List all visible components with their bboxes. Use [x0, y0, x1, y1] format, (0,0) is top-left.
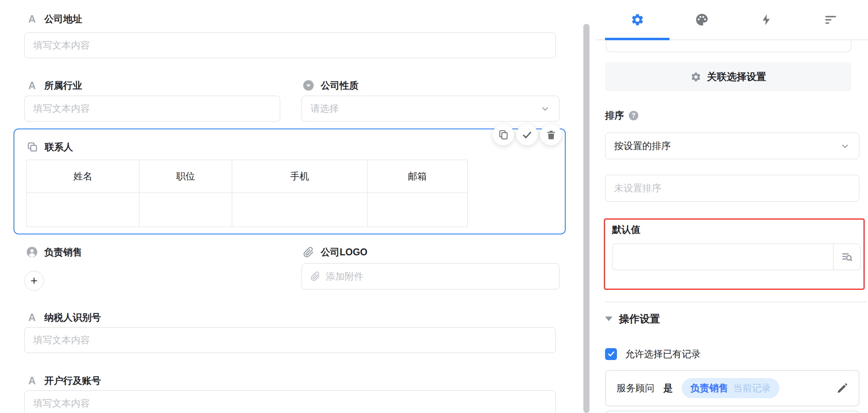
chevron-down-icon	[540, 103, 550, 114]
bank-account-input[interactable]	[24, 390, 556, 413]
sort-label-row: 排序 ?	[605, 109, 638, 122]
default-value-input[interactable]	[612, 243, 861, 270]
company-nature-select[interactable]: 请选择	[302, 96, 560, 122]
field-label-row: 联系人	[26, 140, 73, 154]
field-bank-account[interactable]: A 开户行及账号	[26, 374, 101, 387]
text-field-icon: A	[26, 374, 38, 387]
condition-value-chip: 负责销售 当前记录	[682, 378, 779, 398]
tab-arrange[interactable]	[798, 0, 863, 39]
field-sales-owner[interactable]: 负责销售	[26, 246, 82, 259]
chip-scope: 当前记录	[733, 382, 771, 395]
edit-condition-button[interactable]	[836, 383, 848, 394]
text-input[interactable]	[33, 103, 271, 114]
triangle-down-icon	[605, 317, 612, 321]
field-label-row: A 公司地址	[26, 12, 82, 25]
sort-label: 排序	[605, 109, 624, 122]
taxpayer-id-input[interactable]	[24, 327, 556, 353]
section-title: 关联选择设置	[707, 70, 766, 83]
field-company-address[interactable]: A 公司地址	[26, 12, 82, 25]
sort-rule-input[interactable]: 未设置排序	[605, 175, 859, 202]
field-contacts-selected[interactable]: 联系人 姓名 职位 手机 邮箱	[14, 128, 566, 234]
canvas-scrollbar[interactable]	[583, 24, 589, 413]
allow-existing-checkbox[interactable]	[605, 348, 617, 360]
confirm-field-button[interactable]	[516, 124, 538, 145]
industry-input[interactable]	[24, 96, 280, 122]
column-header: 邮箱	[368, 160, 467, 193]
field-label-row: A 所属行业	[26, 79, 82, 92]
field-taxpayer-id[interactable]: A 纳税人识别号	[26, 311, 101, 324]
tab-events[interactable]	[734, 0, 798, 39]
add-attachment-input[interactable]: 添加附件	[302, 263, 560, 289]
relation-settings-header: 关联选择设置	[605, 62, 851, 91]
field-label-row: 公司性质	[302, 79, 359, 92]
chip-field-name: 负责销售	[690, 382, 728, 395]
field-label-row: A 纳税人识别号	[26, 311, 101, 324]
condition-field: 服务顾问	[617, 382, 654, 395]
list-search-icon	[841, 251, 853, 263]
form-canvas: A 公司地址 A 所属行业 公司性质 请选择	[0, 0, 591, 413]
empty-cell	[139, 193, 232, 227]
operation-settings-title: 操作设置	[619, 312, 660, 326]
paperclip-icon	[311, 271, 320, 281]
chevron-down-icon	[840, 141, 850, 151]
default-value-label: 默认值	[612, 223, 640, 236]
empty-cell	[368, 193, 467, 227]
field-label-row: A 开户行及账号	[26, 374, 101, 387]
operation-settings-toggle[interactable]: 操作设置	[605, 311, 660, 326]
text-field-icon: A	[26, 13, 38, 25]
copy-field-button[interactable]	[493, 124, 514, 145]
add-person-button[interactable]: +	[24, 271, 44, 291]
field-label-row: 负责销售	[26, 246, 82, 259]
plus-icon: +	[30, 274, 38, 288]
field-label-row: 公司LOGO	[302, 246, 368, 259]
form-designer-screen: A 公司地址 A 所属行业 公司性质 请选择	[0, 0, 868, 413]
text-input[interactable]	[33, 40, 547, 51]
clipped-input[interactable]	[606, 41, 851, 52]
tab-style[interactable]	[669, 0, 734, 39]
field-industry[interactable]: A 所属行业	[26, 79, 82, 92]
text-input[interactable]	[33, 398, 547, 409]
field-label: 联系人	[45, 141, 73, 154]
attachment-placeholder: 添加附件	[326, 270, 363, 283]
copy-icon	[498, 129, 509, 140]
field-label: 负责销售	[44, 246, 82, 259]
text-field-icon: A	[26, 311, 38, 324]
filter-condition-row[interactable]: 服务顾问 是 负责销售 当前记录	[605, 370, 859, 406]
lightning-icon	[760, 13, 773, 26]
filter-condition-row-next[interactable]	[605, 411, 859, 413]
field-company-nature[interactable]: 公司性质	[302, 79, 359, 92]
tab-field-settings[interactable]	[605, 0, 669, 39]
gear-icon	[690, 71, 701, 83]
column-header: 姓名	[27, 160, 139, 193]
palette-icon	[695, 13, 709, 27]
person-field-icon	[26, 246, 38, 258]
condition-operator: 是	[663, 382, 673, 395]
help-icon[interactable]: ?	[629, 111, 638, 120]
contacts-subtable: 姓名 职位 手机 邮箱	[26, 160, 468, 227]
field-label: 公司地址	[44, 13, 82, 25]
delete-field-button[interactable]	[540, 124, 562, 145]
field-company-logo[interactable]: 公司LOGO	[302, 246, 368, 259]
empty-cell	[232, 193, 368, 227]
text-input[interactable]	[33, 335, 547, 346]
field-label: 纳税人识别号	[44, 311, 101, 324]
sort-mode-select[interactable]: 按设置的排序	[605, 133, 859, 159]
company-address-input[interactable]	[24, 32, 556, 58]
column-header: 手机	[232, 160, 368, 193]
check-icon	[521, 129, 533, 140]
allow-existing-label: 允许选择已有记录	[625, 348, 701, 360]
text-field-icon: A	[26, 79, 38, 92]
relation-field-icon	[26, 141, 39, 153]
default-value-section-highlight: 默认值	[604, 218, 865, 290]
column-header: 职位	[139, 160, 232, 193]
select-field-icon	[302, 79, 315, 92]
section-divider	[605, 302, 866, 303]
sort-placeholder: 未设置排序	[614, 182, 661, 195]
record-lookup-button[interactable]	[833, 244, 860, 270]
sort-selected-value: 按设置的排序	[614, 140, 671, 152]
field-label: 公司LOGO	[321, 246, 368, 259]
empty-cell	[27, 193, 139, 227]
default-value-text[interactable]	[612, 244, 833, 270]
field-label: 开户行及账号	[44, 374, 101, 387]
allow-existing-row: 允许选择已有记录	[605, 347, 701, 361]
